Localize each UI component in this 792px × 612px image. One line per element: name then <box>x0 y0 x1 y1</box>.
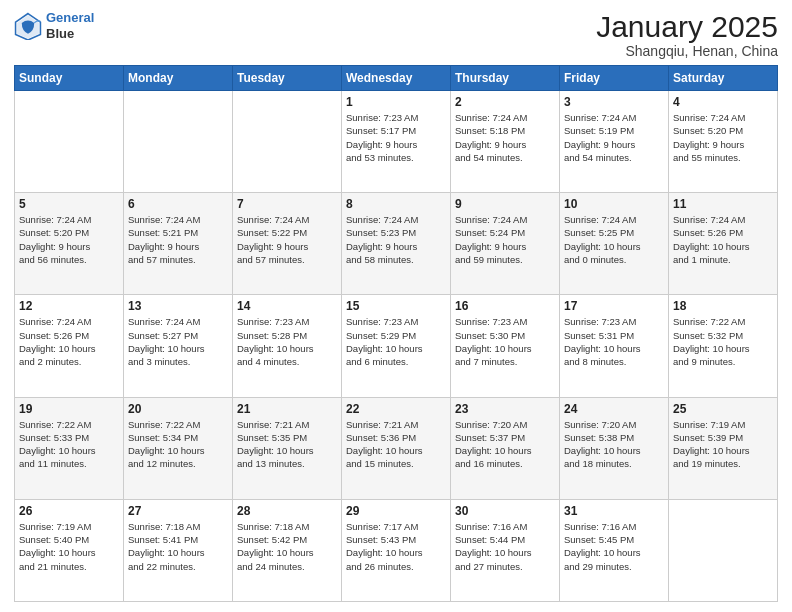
day-info: Sunrise: 7:18 AM Sunset: 5:42 PM Dayligh… <box>237 520 337 573</box>
day-info: Sunrise: 7:24 AM Sunset: 5:18 PM Dayligh… <box>455 111 555 164</box>
logo-text: General Blue <box>46 10 94 41</box>
logo-icon <box>14 12 42 40</box>
day-number: 23 <box>455 402 555 416</box>
day-number: 22 <box>346 402 446 416</box>
calendar-cell: 22Sunrise: 7:21 AM Sunset: 5:36 PM Dayli… <box>342 397 451 499</box>
day-number: 15 <box>346 299 446 313</box>
calendar-header: SundayMondayTuesdayWednesdayThursdayFrid… <box>15 66 778 91</box>
calendar-cell: 19Sunrise: 7:22 AM Sunset: 5:33 PM Dayli… <box>15 397 124 499</box>
day-info: Sunrise: 7:20 AM Sunset: 5:37 PM Dayligh… <box>455 418 555 471</box>
day-number: 4 <box>673 95 773 109</box>
calendar-cell: 8Sunrise: 7:24 AM Sunset: 5:23 PM Daylig… <box>342 193 451 295</box>
day-number: 7 <box>237 197 337 211</box>
calendar-cell: 27Sunrise: 7:18 AM Sunset: 5:41 PM Dayli… <box>124 499 233 601</box>
day-number: 14 <box>237 299 337 313</box>
day-info: Sunrise: 7:19 AM Sunset: 5:40 PM Dayligh… <box>19 520 119 573</box>
header-day-saturday: Saturday <box>669 66 778 91</box>
calendar-cell: 11Sunrise: 7:24 AM Sunset: 5:26 PM Dayli… <box>669 193 778 295</box>
logo-line2: Blue <box>46 26 94 42</box>
day-info: Sunrise: 7:24 AM Sunset: 5:27 PM Dayligh… <box>128 315 228 368</box>
calendar-cell <box>669 499 778 601</box>
day-number: 11 <box>673 197 773 211</box>
day-info: Sunrise: 7:23 AM Sunset: 5:28 PM Dayligh… <box>237 315 337 368</box>
day-info: Sunrise: 7:23 AM Sunset: 5:31 PM Dayligh… <box>564 315 664 368</box>
day-number: 27 <box>128 504 228 518</box>
day-info: Sunrise: 7:23 AM Sunset: 5:17 PM Dayligh… <box>346 111 446 164</box>
day-info: Sunrise: 7:21 AM Sunset: 5:36 PM Dayligh… <box>346 418 446 471</box>
day-info: Sunrise: 7:24 AM Sunset: 5:26 PM Dayligh… <box>19 315 119 368</box>
week-row-2: 12Sunrise: 7:24 AM Sunset: 5:26 PM Dayli… <box>15 295 778 397</box>
day-number: 10 <box>564 197 664 211</box>
day-info: Sunrise: 7:24 AM Sunset: 5:19 PM Dayligh… <box>564 111 664 164</box>
week-row-4: 26Sunrise: 7:19 AM Sunset: 5:40 PM Dayli… <box>15 499 778 601</box>
day-info: Sunrise: 7:24 AM Sunset: 5:21 PM Dayligh… <box>128 213 228 266</box>
day-number: 30 <box>455 504 555 518</box>
header-day-wednesday: Wednesday <box>342 66 451 91</box>
calendar-cell <box>15 91 124 193</box>
week-row-1: 5Sunrise: 7:24 AM Sunset: 5:20 PM Daylig… <box>15 193 778 295</box>
day-info: Sunrise: 7:23 AM Sunset: 5:29 PM Dayligh… <box>346 315 446 368</box>
day-info: Sunrise: 7:17 AM Sunset: 5:43 PM Dayligh… <box>346 520 446 573</box>
page: General Blue January 2025 Shangqiu, Hena… <box>0 0 792 612</box>
calendar-cell: 12Sunrise: 7:24 AM Sunset: 5:26 PM Dayli… <box>15 295 124 397</box>
logo-line1: General <box>46 10 94 25</box>
calendar-cell: 30Sunrise: 7:16 AM Sunset: 5:44 PM Dayli… <box>451 499 560 601</box>
calendar-cell: 3Sunrise: 7:24 AM Sunset: 5:19 PM Daylig… <box>560 91 669 193</box>
day-number: 13 <box>128 299 228 313</box>
day-info: Sunrise: 7:24 AM Sunset: 5:20 PM Dayligh… <box>673 111 773 164</box>
calendar-cell: 10Sunrise: 7:24 AM Sunset: 5:25 PM Dayli… <box>560 193 669 295</box>
calendar-cell: 24Sunrise: 7:20 AM Sunset: 5:38 PM Dayli… <box>560 397 669 499</box>
day-info: Sunrise: 7:24 AM Sunset: 5:26 PM Dayligh… <box>673 213 773 266</box>
day-number: 18 <box>673 299 773 313</box>
day-info: Sunrise: 7:24 AM Sunset: 5:24 PM Dayligh… <box>455 213 555 266</box>
week-row-0: 1Sunrise: 7:23 AM Sunset: 5:17 PM Daylig… <box>15 91 778 193</box>
header-day-tuesday: Tuesday <box>233 66 342 91</box>
calendar-cell: 18Sunrise: 7:22 AM Sunset: 5:32 PM Dayli… <box>669 295 778 397</box>
calendar-cell: 1Sunrise: 7:23 AM Sunset: 5:17 PM Daylig… <box>342 91 451 193</box>
day-info: Sunrise: 7:20 AM Sunset: 5:38 PM Dayligh… <box>564 418 664 471</box>
day-number: 25 <box>673 402 773 416</box>
calendar-cell <box>124 91 233 193</box>
calendar-cell: 4Sunrise: 7:24 AM Sunset: 5:20 PM Daylig… <box>669 91 778 193</box>
calendar-cell: 13Sunrise: 7:24 AM Sunset: 5:27 PM Dayli… <box>124 295 233 397</box>
header-row: SundayMondayTuesdayWednesdayThursdayFrid… <box>15 66 778 91</box>
calendar-cell: 16Sunrise: 7:23 AM Sunset: 5:30 PM Dayli… <box>451 295 560 397</box>
calendar-cell: 15Sunrise: 7:23 AM Sunset: 5:29 PM Dayli… <box>342 295 451 397</box>
day-info: Sunrise: 7:22 AM Sunset: 5:33 PM Dayligh… <box>19 418 119 471</box>
calendar-cell: 17Sunrise: 7:23 AM Sunset: 5:31 PM Dayli… <box>560 295 669 397</box>
month-title: January 2025 <box>596 10 778 43</box>
day-number: 3 <box>564 95 664 109</box>
day-number: 1 <box>346 95 446 109</box>
day-number: 6 <box>128 197 228 211</box>
week-row-3: 19Sunrise: 7:22 AM Sunset: 5:33 PM Dayli… <box>15 397 778 499</box>
day-number: 26 <box>19 504 119 518</box>
day-info: Sunrise: 7:22 AM Sunset: 5:32 PM Dayligh… <box>673 315 773 368</box>
day-number: 24 <box>564 402 664 416</box>
day-number: 19 <box>19 402 119 416</box>
header-day-thursday: Thursday <box>451 66 560 91</box>
logo: General Blue <box>14 10 94 41</box>
day-number: 5 <box>19 197 119 211</box>
day-info: Sunrise: 7:18 AM Sunset: 5:41 PM Dayligh… <box>128 520 228 573</box>
calendar-cell: 25Sunrise: 7:19 AM Sunset: 5:39 PM Dayli… <box>669 397 778 499</box>
day-info: Sunrise: 7:16 AM Sunset: 5:44 PM Dayligh… <box>455 520 555 573</box>
calendar-cell: 23Sunrise: 7:20 AM Sunset: 5:37 PM Dayli… <box>451 397 560 499</box>
calendar-cell: 5Sunrise: 7:24 AM Sunset: 5:20 PM Daylig… <box>15 193 124 295</box>
calendar-cell: 7Sunrise: 7:24 AM Sunset: 5:22 PM Daylig… <box>233 193 342 295</box>
day-number: 17 <box>564 299 664 313</box>
calendar-cell: 9Sunrise: 7:24 AM Sunset: 5:24 PM Daylig… <box>451 193 560 295</box>
subtitle: Shangqiu, Henan, China <box>596 43 778 59</box>
calendar-table: SundayMondayTuesdayWednesdayThursdayFrid… <box>14 65 778 602</box>
day-info: Sunrise: 7:22 AM Sunset: 5:34 PM Dayligh… <box>128 418 228 471</box>
day-number: 9 <box>455 197 555 211</box>
day-info: Sunrise: 7:23 AM Sunset: 5:30 PM Dayligh… <box>455 315 555 368</box>
calendar-cell: 20Sunrise: 7:22 AM Sunset: 5:34 PM Dayli… <box>124 397 233 499</box>
day-number: 31 <box>564 504 664 518</box>
calendar-cell: 26Sunrise: 7:19 AM Sunset: 5:40 PM Dayli… <box>15 499 124 601</box>
day-info: Sunrise: 7:24 AM Sunset: 5:20 PM Dayligh… <box>19 213 119 266</box>
day-info: Sunrise: 7:24 AM Sunset: 5:22 PM Dayligh… <box>237 213 337 266</box>
day-number: 12 <box>19 299 119 313</box>
calendar-cell: 2Sunrise: 7:24 AM Sunset: 5:18 PM Daylig… <box>451 91 560 193</box>
day-number: 16 <box>455 299 555 313</box>
day-info: Sunrise: 7:24 AM Sunset: 5:23 PM Dayligh… <box>346 213 446 266</box>
